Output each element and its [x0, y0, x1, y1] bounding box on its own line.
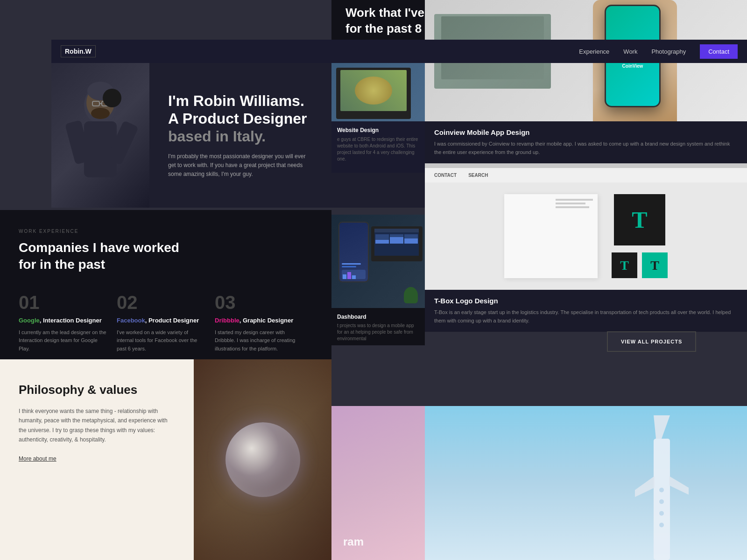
tbox-logo-large: T: [614, 194, 665, 245]
philosophy-section: Philosophy & values I think everyone wan…: [0, 359, 194, 560]
laptop-screen-website: [340, 70, 407, 111]
philosophy-more-link[interactable]: More about me: [19, 455, 56, 462]
work-number-3: 03: [215, 292, 303, 313]
work-company-2: Facebook, Product Designer: [117, 317, 205, 324]
tbox-document: [504, 194, 598, 278]
food-image: [355, 77, 392, 105]
work-item-2: 02 Facebook, Product Designer I've worke…: [117, 292, 215, 353]
coinview-title: Coinview Mobile App Design: [434, 128, 738, 136]
philosophy-title: Philosophy & values: [19, 383, 175, 397]
svg-point-13: [659, 499, 664, 504]
site-logo[interactable]: Robin.W: [61, 45, 96, 57]
tbox-logo-sm-2: T: [642, 252, 668, 278]
svg-point-15: [659, 523, 664, 527]
work-company-3: Dribbble, Graphic Designer: [215, 317, 303, 324]
nav-contact-link: CONTACT: [434, 173, 457, 178]
work-desc-2: I've worked on a wide variety of interna…: [117, 329, 205, 353]
tbox-title: T-Box Logo Design: [434, 297, 738, 305]
philosophy-overlay: [194, 359, 331, 560]
airplane-card: [425, 406, 747, 560]
view-all-button[interactable]: VIEW ALL PROJECTS: [607, 331, 696, 352]
nav-photography[interactable]: Photography: [651, 48, 686, 55]
hero-description: I'm probably the most passionate designe…: [168, 152, 308, 179]
nav-contact-button[interactable]: Contact: [700, 44, 738, 59]
laptop-website: [336, 68, 411, 119]
nav-experience[interactable]: Experience: [579, 48, 609, 55]
coinview-desc: I was commissioned by Coinview to revamp…: [434, 140, 738, 156]
person-silhouette: [61, 77, 140, 208]
work-desc-3: I started my design career with Dribbble…: [215, 329, 303, 353]
svg-rect-11: [654, 439, 670, 560]
dashboard-card: Dashboard t projects was to design a mob…: [331, 215, 425, 345]
tbox-logo-sm-1: T: [612, 252, 637, 278]
dashboard-desc: t projects was to design a mobile app fo…: [337, 322, 419, 342]
website-card-info: Website Design e guys at CBRE to redesig…: [331, 121, 425, 168]
chart-area: [342, 270, 366, 279]
tbox-text-lines: [556, 199, 593, 208]
website-title: Website Design: [337, 127, 419, 133]
coinview-app-name: CoinView: [622, 63, 643, 69]
svg-point-10: [91, 108, 110, 119]
work-desc-1: I currently am the lead designer on the …: [19, 329, 107, 353]
hero-photo: [51, 63, 149, 208]
work-number-1: 01: [19, 292, 107, 313]
work-items: 01 Google, Interaction Designer I curren…: [19, 292, 313, 353]
svg-point-9: [103, 89, 121, 107]
instagram-text: ram: [343, 535, 364, 548]
nav-work[interactable]: Work: [623, 48, 637, 55]
tbox-logos-area: T T T: [425, 182, 747, 290]
tbox-info: T-Box Logo Design T-Box is an early stag…: [425, 290, 747, 332]
top-dark-panel: [51, 0, 331, 40]
coinview-info: Coinview Mobile App Design I was commiss…: [425, 121, 747, 163]
crystal-ball: [226, 422, 300, 497]
website-desc: e guys at CBRE to redesign their entire …: [337, 136, 419, 162]
work-item-3: 03 Dribbble, Graphic Designer I started …: [215, 292, 313, 353]
work-number-2: 02: [117, 292, 205, 313]
tbox-logo-group: T T T: [612, 194, 668, 278]
navbar: Robin.W Experience Work Photography Cont…: [51, 40, 747, 63]
dashboard-phone-screen: [339, 223, 368, 281]
philosophy-desc: I think everyone wants the same thing - …: [19, 406, 175, 445]
dashboard-image: [331, 215, 425, 308]
work-experience-section: WORK EXPERIENCE Companies I have worked …: [0, 210, 331, 359]
coinview-card: ◈ CoinView Coinview Mobile App Design I …: [425, 0, 747, 168]
instagram-card: ram: [331, 406, 425, 560]
work-title: Companies I have worked for in the past: [19, 239, 313, 273]
work-item-1: 01 Google, Interaction Designer I curren…: [19, 292, 117, 353]
tbox-card: CONTACT SEARCH T T T: [425, 168, 747, 355]
work-label: WORK EXPERIENCE: [19, 229, 313, 234]
dashboard-laptop-screen: [374, 229, 419, 256]
tbox-logo-small-group: T T: [612, 252, 668, 278]
dashboard-title: Dashboard: [337, 314, 419, 320]
philosophy-image: [194, 359, 331, 560]
work-company-1: Google, Interaction Designer: [19, 317, 107, 324]
airplane-tail-svg: [616, 415, 710, 560]
tbox-nav-row: CONTACT SEARCH: [425, 168, 747, 182]
dashboard-chart: [374, 233, 419, 245]
nav-links: Experience Work Photography Contact: [579, 44, 738, 59]
nav-search-link: SEARCH: [468, 173, 488, 178]
dashboard-info: Dashboard t projects was to design a mob…: [331, 308, 425, 345]
svg-point-12: [659, 488, 664, 492]
dashboard-laptop: [371, 226, 423, 261]
plant-decoration: [404, 287, 423, 306]
tbox-desc: T-Box is an early stage start up in the …: [434, 308, 738, 325]
svg-point-14: [659, 511, 664, 516]
dashboard-phone: [338, 222, 369, 282]
